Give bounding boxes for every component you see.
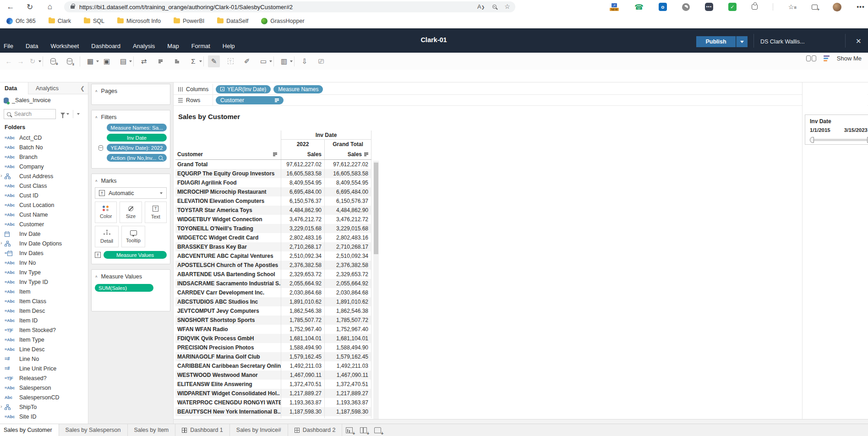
- table-row[interactable]: FDIQVIK Qvik Process GmbH1,681,104.011,6…: [175, 334, 371, 343]
- duplicate-sheet-icon[interactable]: ▣: [101, 55, 113, 67]
- user-menu[interactable]: DS Clark Wallis...: [760, 38, 805, 45]
- publish-dropdown[interactable]: [736, 36, 748, 47]
- table-row[interactable]: EQUGRP The Equity Group Investors16,605,…: [175, 169, 371, 178]
- expander-icon[interactable]: ›: [0, 403, 2, 409]
- table-row[interactable]: ABCVENTURE ABC Capital Ventures2,510,092…: [175, 251, 371, 261]
- detail-button[interactable]: Detail: [95, 226, 119, 247]
- fix-axes-icon[interactable]: ▭: [257, 55, 269, 67]
- table-row[interactable]: MICROCHIP Microchip Restaurant6,695,484.…: [175, 187, 371, 196]
- vertical-scrollbar[interactable]: [373, 161, 379, 419]
- row-sales-cell[interactable]: 1,891,010.62: [281, 297, 324, 306]
- show-me-label[interactable]: Show Me: [837, 55, 862, 62]
- row-customer-cell[interactable]: ELEVATION Elevation Computers: [175, 196, 281, 206]
- row-sales-cell[interactable]: 1,579,162.45: [281, 352, 324, 361]
- grand-total-column-header[interactable]: Grand Total: [324, 140, 371, 149]
- collapse-panel-icon[interactable]: ❮: [77, 82, 88, 94]
- table-row[interactable]: SNOSHORT Shortstop Sports1,785,507.721,7…: [175, 316, 371, 325]
- sheet-tab-dashboard-2[interactable]: Dashboard 2: [288, 424, 343, 436]
- table-row[interactable]: WIDGETCC Widget Credit Card2,802,483.162…: [175, 233, 371, 242]
- field-cust-location[interactable]: =AbcCust Location: [0, 200, 88, 210]
- measure-names-pill[interactable]: Measure Names: [273, 85, 323, 93]
- row-customer-cell[interactable]: ABARTENDE USA Bartending School: [175, 270, 281, 279]
- refresh-icon[interactable]: ↻: [25, 2, 35, 12]
- table-row[interactable]: Grand Total97,612,227.0297,612,227.02: [175, 160, 371, 169]
- find-icon[interactable]: [806, 55, 816, 61]
- row-customer-cell[interactable]: WIDGETCC Widget Credit Card: [175, 233, 281, 242]
- row-grand-total-cell[interactable]: 2,055,664.92: [324, 279, 371, 288]
- row-sales-cell[interactable]: 3,229,015.68: [281, 224, 324, 233]
- table-row[interactable]: TOYONEILL O’Neill’s Trading3,229,015.683…: [175, 224, 371, 233]
- row-customer-cell[interactable]: ITALIANCO The Italian C...: [175, 416, 281, 418]
- row-grand-total-cell[interactable]: 8,409,554.95: [324, 178, 371, 187]
- highlight-icon[interactable]: ✎: [208, 55, 220, 67]
- row-customer-cell[interactable]: CARRDEV Carr Development Inc.: [175, 288, 281, 297]
- rows-shelf[interactable]: Rows Customer: [174, 95, 868, 106]
- table-row[interactable]: MARINAGOLF Marina Golf Club1,579,162.451…: [175, 352, 371, 361]
- outlook-icon[interactable]: o: [659, 3, 667, 11]
- field-cust-address[interactable]: ›Cust Address: [0, 171, 88, 181]
- table-row[interactable]: WFAN WFAN Radio1,752,967.401,752,967.40: [175, 325, 371, 334]
- table-row[interactable]: TOYSTAR Star America Toys4,484,862.904,4…: [175, 206, 371, 215]
- scrollbar-thumb[interactable]: [374, 163, 378, 254]
- row-customer-cell[interactable]: WFAN WFAN Radio: [175, 325, 281, 334]
- text-button[interactable]: T Text: [145, 202, 167, 223]
- field-line-unit-price[interactable]: =#Line Unit Price: [0, 364, 88, 373]
- sort-ascending-icon[interactable]: [154, 55, 166, 67]
- bookmark-item[interactable]: PowerBI: [174, 18, 204, 24]
- table-row[interactable]: ABARTENDE USA Bartending School2,329,653…: [175, 270, 371, 279]
- table-row[interactable]: FDIAGRI Agrilink Food8,409,554.958,409,5…: [175, 178, 371, 187]
- row-grand-total-cell[interactable]: 3,476,212.72: [324, 215, 371, 224]
- field-inv-date[interactable]: Inv Date: [0, 229, 88, 239]
- table-row[interactable]: ELITEANSW Elite Answering1,372,470.511,3…: [175, 380, 371, 389]
- field-filter-icon[interactable]: [60, 113, 69, 115]
- row-sales-cell[interactable]: 1,217,889.27: [281, 389, 324, 398]
- field-item[interactable]: =AbcItem: [0, 287, 88, 296]
- menu-item-help[interactable]: Help: [223, 43, 235, 49]
- field-site-id[interactable]: =AbcSite ID: [0, 412, 88, 421]
- row-grand-total-cell[interactable]: 1,372,470.51: [324, 380, 371, 389]
- measure-header[interactable]: Sales: [324, 149, 371, 159]
- row-sales-cell[interactable]: 1,785,507.72: [281, 316, 324, 325]
- table-row[interactable]: CARRDEV Carr Development Inc.2,030,864.6…: [175, 288, 371, 297]
- menu-item-dashboard[interactable]: Dashboard: [91, 43, 120, 49]
- field-inv-type-id[interactable]: =AbcInv Type ID: [0, 277, 88, 287]
- mark-type-dropdown[interactable]: T Automatic: [95, 187, 167, 199]
- new-worksheet-icon[interactable]: [346, 427, 353, 433]
- row-sales-cell[interactable]: 6,695,484.00: [281, 187, 324, 196]
- row-customer-cell[interactable]: MICROCHIP Microchip Restaurant: [175, 187, 281, 196]
- back-icon[interactable]: ←: [5, 2, 16, 12]
- row-grand-total-cell[interactable]: 6,695,484.00: [324, 187, 371, 196]
- presentation-mode-icon[interactable]: ⎚: [315, 55, 327, 67]
- row-customer-cell[interactable]: EQUGRP The Equity Group Investors: [175, 169, 281, 178]
- row-sales-cell[interactable]: 2,329,653.72: [281, 270, 324, 279]
- table-row[interactable]: CARIBBEAN Caribbean Secretary Online1,49…: [175, 361, 371, 371]
- row-customer-cell[interactable]: ABCSTUDIOS ABC Studios Inc: [175, 297, 281, 306]
- field-acct-cd[interactable]: =AbcAcct_CD: [0, 133, 88, 142]
- table-row[interactable]: ELEVATION Elevation Computers6,150,576.3…: [175, 196, 371, 206]
- row-sales-cell[interactable]: 4,484,862.90: [281, 206, 324, 215]
- favorite-star-icon[interactable]: ☆: [504, 3, 510, 10]
- filter-pill[interactable]: Action (Inv No,Inv...: [107, 154, 167, 162]
- row-grand-total-cell[interactable]: 97,612,227.02: [324, 160, 371, 169]
- expander-icon[interactable]: ›: [0, 240, 2, 245]
- year-invdate-pill[interactable]: YEAR(Inv Date): [216, 85, 271, 93]
- table-row[interactable]: BRASSKEY Brass Key Bar2,710,268.172,710,…: [175, 242, 371, 251]
- row-grand-total-cell[interactable]: 3,229,015.68: [324, 224, 371, 233]
- row-grand-total-cell[interactable]: 1,579,162.45: [324, 352, 371, 361]
- field-released-[interactable]: =T|FReleased?: [0, 373, 88, 383]
- field-customer[interactable]: =AbcCustomer: [0, 219, 88, 229]
- row-grand-total-cell[interactable]: 1,785,507.72: [324, 316, 371, 325]
- home-icon[interactable]: ⌂: [45, 2, 55, 12]
- tab-data[interactable]: Data: [0, 82, 28, 94]
- field-item-id[interactable]: =AbcItem ID: [0, 316, 88, 325]
- show-me-bars-icon[interactable]: [824, 55, 830, 61]
- sheet-tab-dashboard-1[interactable]: Dashboard 1: [175, 424, 230, 436]
- row-grand-total-cell[interactable]: 1,187,598.30: [324, 407, 371, 416]
- row-customer-cell[interactable]: FDIQVIK Qvik Process GmbH: [175, 334, 281, 343]
- row-customer-cell[interactable]: TOYONEILL O’Neill’s Trading: [175, 224, 281, 233]
- table-row[interactable]: PRECISION Precision Photos1,588,494.901,…: [175, 343, 371, 352]
- datasource-row[interactable]: _Sales_Invoice: [0, 94, 88, 106]
- row-grand-total-cell[interactable]: 2,030,864.68: [324, 288, 371, 297]
- favorites-icon[interactable]: ☆≡: [788, 3, 797, 11]
- show-mark-labels-icon[interactable]: T: [224, 55, 236, 67]
